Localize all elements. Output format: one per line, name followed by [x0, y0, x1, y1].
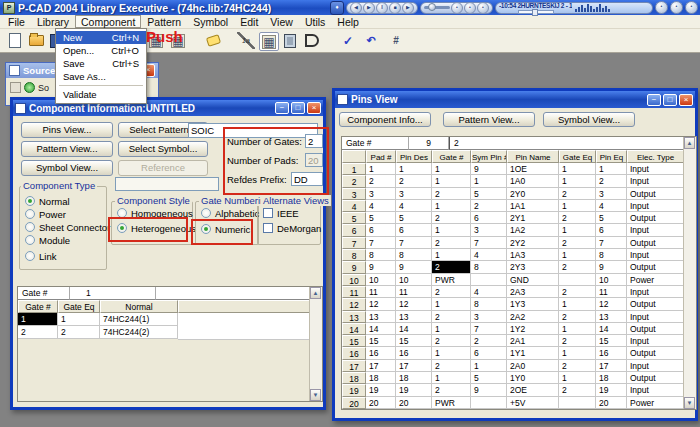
close-icon[interactable]: ×	[679, 94, 693, 106]
cell[interactable]: 2	[559, 360, 596, 372]
cell[interactable]: 6	[366, 224, 396, 236]
cell[interactable]: 2	[471, 335, 507, 347]
cell[interactable]: 19	[366, 384, 396, 396]
cell[interactable]: 1	[559, 323, 596, 335]
cell[interactable]: 4	[471, 286, 507, 298]
cell[interactable]: 13	[366, 311, 396, 323]
cell[interactable]: 14	[596, 323, 627, 335]
cell[interactable]: 2	[432, 261, 471, 273]
cell[interactable]	[471, 397, 507, 409]
cell[interactable]: Input	[627, 335, 684, 347]
menu-symbol[interactable]: Symbol	[187, 15, 234, 28]
link-radio[interactable]: Link	[25, 250, 56, 262]
cell[interactable]: 7	[396, 237, 432, 249]
player-menu-button[interactable]: ♦	[330, 1, 344, 15]
library-button[interactable]: •	[477, 2, 489, 14]
cell[interactable]: 1OE	[507, 163, 559, 175]
menu-item-new[interactable]: NewCtrl+N	[56, 31, 146, 44]
cell[interactable]: 2Y0	[507, 188, 559, 200]
cell[interactable]: 2	[559, 311, 596, 323]
cell[interactable]: 5	[471, 188, 507, 200]
playlist-button[interactable]: •	[464, 2, 476, 14]
cell[interactable]: 2	[432, 286, 471, 298]
cell[interactable]: Input	[627, 311, 684, 323]
menu-library[interactable]: Library	[31, 15, 75, 28]
cell[interactable]: 5	[366, 212, 396, 224]
cell[interactable]: 11	[596, 286, 627, 298]
cell[interactable]: 1Y2	[507, 323, 559, 335]
tag-icon[interactable]	[204, 32, 222, 49]
cell[interactable]: 2Y2	[507, 237, 559, 249]
cell[interactable]: 4	[366, 200, 396, 212]
cell[interactable]: 2A1	[507, 335, 559, 347]
cell[interactable]: 14	[366, 323, 396, 335]
cell[interactable]: 9	[596, 261, 627, 273]
cell[interactable]: 1	[18, 313, 58, 326]
cell[interactable]: 13	[396, 311, 432, 323]
row-header[interactable]: 14	[342, 323, 366, 335]
cell[interactable]: 1	[559, 372, 596, 384]
cell[interactable]: 17	[366, 360, 396, 372]
normal-radio[interactable]: Normal	[25, 195, 70, 207]
cell[interactable]: Output	[627, 261, 684, 273]
cell[interactable]: 10	[396, 274, 432, 286]
cell[interactable]: 2	[559, 384, 596, 396]
close-icon[interactable]: ×	[307, 102, 321, 114]
cell[interactable]: 1Y0	[507, 372, 559, 384]
cell[interactable]: 2	[432, 360, 471, 372]
column-header[interactable]: Gate #	[432, 150, 471, 163]
scroll-down-icon[interactable]: ▼	[684, 397, 695, 409]
homogeneous-radio[interactable]: Homogeneous	[117, 207, 193, 219]
cell[interactable]: Input	[627, 360, 684, 372]
cell[interactable]: 2	[559, 286, 596, 298]
row-header[interactable]: 11	[342, 286, 366, 298]
volume-slider[interactable]	[424, 6, 450, 9]
play-button[interactable]: ▶	[363, 2, 375, 14]
row-header[interactable]: 7	[342, 237, 366, 249]
seek-slider[interactable]	[518, 10, 554, 14]
cell[interactable]: 2	[559, 212, 596, 224]
row-header[interactable]: 3	[342, 188, 366, 200]
cell[interactable]: Input	[627, 249, 684, 261]
cell[interactable]: 1	[471, 360, 507, 372]
cell[interactable]: PWR	[432, 274, 471, 286]
cell[interactable]: 1	[596, 163, 627, 175]
cell[interactable]: Output	[627, 188, 684, 200]
cell[interactable]: Input	[627, 384, 684, 396]
cell[interactable]: 16	[596, 347, 627, 359]
cell[interactable]: 1	[559, 175, 596, 187]
row-header[interactable]: 5	[342, 212, 366, 224]
cell[interactable]: 17	[396, 360, 432, 372]
cell[interactable]: 2	[366, 175, 396, 187]
cell[interactable]: 1	[432, 200, 471, 212]
numeric-radio[interactable]: Numeric	[201, 223, 250, 235]
maximize-icon[interactable]: □	[291, 102, 305, 114]
cell[interactable]: 1	[432, 372, 471, 384]
row-header[interactable]: 10	[342, 274, 366, 286]
cell[interactable]: 1	[559, 224, 596, 236]
cell[interactable]: 7	[471, 237, 507, 249]
menu-pattern[interactable]: Pattern	[141, 15, 187, 28]
gates-field[interactable]	[305, 134, 323, 148]
formula-edit[interactable]: 2	[449, 137, 684, 150]
menu-help[interactable]: Help	[331, 15, 365, 28]
cell[interactable]: Output	[627, 372, 684, 384]
player-mode-button[interactable]: •	[670, 1, 683, 14]
cell[interactable]: 1A1	[507, 200, 559, 212]
row-header[interactable]: 15	[342, 335, 366, 347]
cell[interactable]: 18	[366, 372, 396, 384]
cell[interactable]: Input	[627, 224, 684, 236]
demorgan-checkbox[interactable]: DeMorgan	[263, 222, 321, 234]
cell[interactable]: Input	[627, 200, 684, 212]
menu-utils[interactable]: Utils	[299, 15, 331, 28]
cell[interactable]: 1Y1	[507, 347, 559, 359]
cell[interactable]: Output	[627, 298, 684, 310]
cell[interactable]: 8	[366, 249, 396, 261]
cell[interactable]: 74HC244(1)	[100, 313, 178, 326]
column-header[interactable]: Gate Eq	[58, 300, 100, 313]
pattern-view-button[interactable]: Pattern View...	[443, 112, 535, 127]
alphabetic-radio[interactable]: Alphabetic	[201, 207, 259, 219]
volume-knob[interactable]	[428, 3, 436, 11]
cell[interactable]: 2Y1	[507, 212, 559, 224]
cell[interactable]: Output	[627, 323, 684, 335]
